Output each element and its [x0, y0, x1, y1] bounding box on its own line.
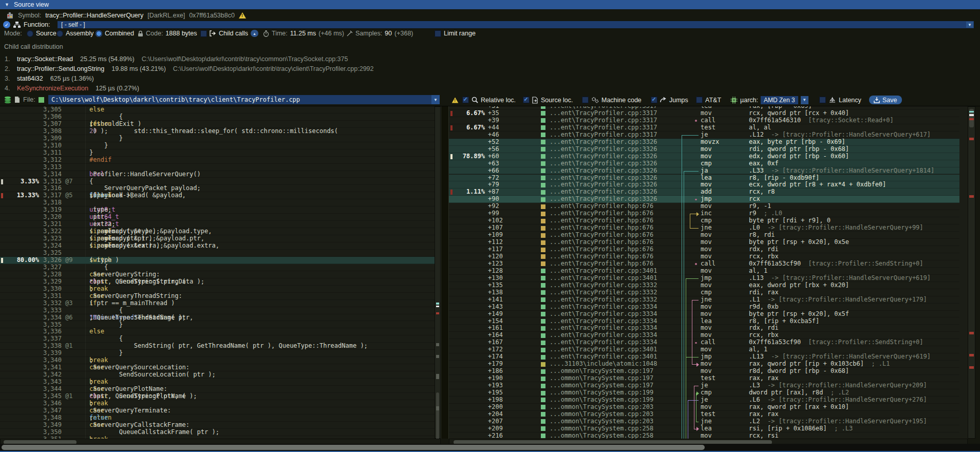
- assembly-vertical-scrollbar[interactable]: [968, 106, 975, 439]
- child-call-entry[interactable]: 2.tracy::Profiler::SendLongString19.88 m…: [0, 64, 980, 73]
- att-checkbox[interactable]: [696, 97, 703, 103]
- limit-range-checkbox[interactable]: [435, 30, 441, 37]
- asm-row[interactable]: +130...ent\TracyProfiler.cpp:3401jmp.L13…: [449, 275, 959, 282]
- asm-row[interactable]: 78.89%+60...ent\TracyProfiler.cpp:3326mo…: [449, 153, 959, 160]
- source-line[interactable]: 3,329 SendString( ptr, (const char*)ptr,…: [0, 278, 435, 286]
- radio-icon[interactable]: [56, 30, 63, 37]
- source-line[interactable]: 3,328 case ServerQueryString:: [0, 271, 435, 278]
- asm-row[interactable]: +66...ent\TracyProfiler.cpp:3326ja.L33 -…: [449, 167, 959, 175]
- source-line[interactable]: 3,330 break;: [0, 286, 435, 293]
- asm-row[interactable]: +154...ent\TracyProfiler.cpp:3334lear8, …: [449, 318, 959, 325]
- source-line[interactable]: 3,327 {: [0, 264, 435, 271]
- child-call-entry[interactable]: 4.KeSynchronizeExecution125 µs (0.27%): [0, 84, 980, 92]
- radio-icon[interactable]: [27, 30, 33, 37]
- source-line[interactable]: 3,322 memcpy( &type, &payload.type, size…: [0, 228, 435, 235]
- source-line[interactable]: 3,316 ServerQueryPacket payload;: [0, 185, 435, 192]
- source-line[interactable]: 3,334@6 SendString( ptr, "Main thread", …: [0, 314, 435, 322]
- asm-row[interactable]: +46...ent\TracyProfiler.cpp:3317je.L12 -…: [449, 131, 959, 139]
- source-line[interactable]: 3,311}: [0, 149, 435, 157]
- source-line[interactable]: 3,335 }: [0, 322, 435, 329]
- source-line[interactable]: 3,337 {: [0, 335, 435, 343]
- source-line[interactable]: 3,307 if( shouldExit ) return;: [0, 121, 435, 128]
- source-loc-checkbox[interactable]: [523, 97, 530, 103]
- asm-row[interactable]: +161...ent\TracyProfiler.cpp:3334movrdx,…: [449, 325, 959, 332]
- source-line[interactable]: 3,308 std::this_thread::sleep_for( std::…: [0, 128, 435, 135]
- asm-row[interactable]: +117...ent\TracyProfiler.hpp:676movrdx, …: [449, 246, 959, 253]
- collapse-icon[interactable]: ▼: [5, 2, 9, 7]
- pane-splitter[interactable]: [441, 106, 449, 439]
- title-bar[interactable]: ▼ Source view: [0, 0, 980, 9]
- child-calls-toggle[interactable]: Child calls ▲: [200, 29, 258, 38]
- source-line[interactable]: 3,333 {: [0, 307, 435, 314]
- function-select[interactable]: [ - self - ] ▼: [58, 21, 974, 28]
- asm-row[interactable]: 1.11%+87...ent\TracyProfiler.cpp:3326add…: [449, 189, 959, 196]
- source-line[interactable]: 3,313: [0, 164, 435, 171]
- radio-selected-icon[interactable]: [96, 30, 102, 37]
- jumps-checkbox[interactable]: [651, 97, 657, 103]
- source-line[interactable]: 80.00%3,326@9 switch( type ): [0, 257, 435, 264]
- mode-radio-source[interactable]: Source: [27, 29, 56, 38]
- asm-row[interactable]: +107...ent\TracyProfiler.hpp:676jne.L0 -…: [449, 224, 959, 232]
- asm-row[interactable]: +63...ent\TracyProfiler.cpp:3326cmpeax, …: [449, 160, 959, 167]
- mode-radio-combined[interactable]: Combined: [96, 29, 134, 38]
- asm-row[interactable]: +79...ent\TracyProfiler.cpp:3326movecx, …: [449, 181, 959, 189]
- latency-checkbox[interactable]: [819, 97, 826, 103]
- scrollbar-grip[interactable]: [2, 445, 705, 450]
- source-line[interactable]: 13.33%3,317@5 if( !m_sock->Read( &payloa…: [0, 192, 435, 199]
- source-line[interactable]: 3,349 case ServerQueryCallstackFrame:: [0, 422, 435, 429]
- chevron-down-icon[interactable]: ▼: [966, 22, 973, 28]
- source-line[interactable]: 3,306 {: [0, 114, 435, 121]
- child-call-entry[interactable]: 1.tracy::Socket::Read25.25 ms (54.89%)C:…: [0, 54, 980, 63]
- source-line[interactable]: 3,331 case ServerQueryThreadString:: [0, 293, 435, 300]
- asm-row[interactable]: +90...ent\TracyProfiler.cpp:3326jmprcx: [449, 196, 959, 203]
- mode-radio-assembly[interactable]: Assembly: [56, 29, 93, 38]
- source-line[interactable]: 3,344 case ServerQueryPlotName:: [0, 386, 435, 393]
- source-line[interactable]: 3,339 }: [0, 350, 435, 357]
- asm-row[interactable]: +99...ent\TracyProfiler.hpp:676incr9 ; .…: [449, 210, 959, 217]
- asm-row[interactable]: +135...ent\TracyProfiler.cpp:3332moveax,…: [449, 282, 959, 289]
- file-select[interactable]: C:\Users\wolf\Desktop\darkrl\contrib\tra…: [48, 95, 435, 104]
- source-line[interactable]: 3,342 SendSourceLocation( ptr );: [0, 371, 435, 379]
- asm-row[interactable]: +138...ent\TracyProfiler.cpp:3332cmprdi,…: [449, 289, 959, 296]
- asm-row[interactable]: +167...ent\TracyProfiler.cpp:3334call0x7…: [449, 339, 959, 346]
- machine-code-toggle[interactable]: Machine code: [582, 96, 642, 104]
- source-line[interactable]: 3,323 memcpy( &ptr, &payload.ptr, sizeof…: [0, 235, 435, 242]
- source-line[interactable]: 3,346 break;: [0, 400, 435, 407]
- source-line[interactable]: 3,324 memcpy( &extra, &payload.extra, si…: [0, 242, 435, 250]
- source-pane[interactable]: 3,305 else3,306 {3,307 if( shouldExit ) …: [0, 106, 441, 439]
- asm-row[interactable]: +112...ent\TracyProfiler.hpp:676movbyte …: [449, 239, 959, 246]
- chevron-down-icon[interactable]: ▼: [801, 96, 808, 104]
- asm-row[interactable]: +200...ommon\TracySystem.cpp:203movrax, …: [449, 404, 959, 411]
- asm-row[interactable]: +109...ent\TracyProfiler.hpp:676movr8, r…: [449, 232, 959, 239]
- asm-row[interactable]: +52...ent\TracyProfiler.cpp:3326movzxeax…: [449, 139, 959, 146]
- asm-row[interactable]: +39...ent\TracyProfiler.cpp:3317call0x7f…: [449, 117, 959, 124]
- asm-row[interactable]: +204...ommon\TracySystem.cpp:203testrax,…: [449, 411, 959, 418]
- asm-row[interactable]: +190...ommon\TracySystem.cpp:197testrax,…: [449, 375, 959, 382]
- att-toggle[interactable]: AT&T: [696, 96, 721, 104]
- child-call-entry[interactable]: 3.stat64i32625 µs (1.36%): [0, 74, 980, 83]
- asm-row[interactable]: +198...ommon\TracySystem.cpp:199je.L6 ->…: [449, 397, 959, 404]
- save-button[interactable]: Save: [869, 96, 902, 104]
- source-line[interactable]: 3,348 return false;: [0, 415, 435, 422]
- asm-row[interactable]: +164...ent\TracyProfiler.cpp:3334movrcx,…: [449, 332, 959, 339]
- source-line[interactable]: 3,309 }: [0, 135, 435, 142]
- source-line[interactable]: 3,345@1 SendString( ptr, (const char*)pt…: [0, 393, 435, 400]
- asm-row[interactable]: +195...ommon\TracySystem.cpp:199cmpdword…: [449, 389, 959, 397]
- child-calls-checkbox[interactable]: [200, 30, 207, 37]
- asm-row[interactable]: +141...ent\TracyProfiler.cpp:3332jne.L1 …: [449, 296, 959, 304]
- asm-row[interactable]: +128...ent\TracyProfiler.cpp:3401moval, …: [449, 268, 959, 275]
- asm-row[interactable]: +72...ent\TracyProfiler.cpp:3326lear8, […: [449, 175, 959, 182]
- assembly-pane[interactable]: +31...ent\TracyProfiler.cpp:3317leardx, …: [449, 106, 968, 439]
- asm-row[interactable]: +174...ent\TracyProfiler.cpp:3401jmp.L13…: [449, 353, 959, 361]
- asm-row[interactable]: 6.67%+35...ent\TracyProfiler.cpp:3317mov…: [449, 110, 959, 117]
- source-vertical-scrollbar[interactable]: [435, 106, 441, 439]
- source-line[interactable]: 3,305 else: [0, 106, 435, 114]
- asm-row[interactable]: +207...ommon\TracySystem.cpp:203jne.L2 -…: [449, 418, 959, 425]
- source-line[interactable]: 3,340 break;: [0, 357, 435, 364]
- source-line[interactable]: 3,319 uint8_t type;: [0, 206, 435, 214]
- source-line[interactable]: 3,343 break;: [0, 379, 435, 386]
- source-line[interactable]: 3,350 QueueCallstackFrame( ptr );: [0, 429, 435, 436]
- machine-code-checkbox[interactable]: [582, 97, 589, 103]
- asm-row[interactable]: 6.67%+44...ent\TracyProfiler.cpp:3317tes…: [449, 124, 959, 131]
- source-line[interactable]: 3,321 uint32_t extra;: [0, 221, 435, 228]
